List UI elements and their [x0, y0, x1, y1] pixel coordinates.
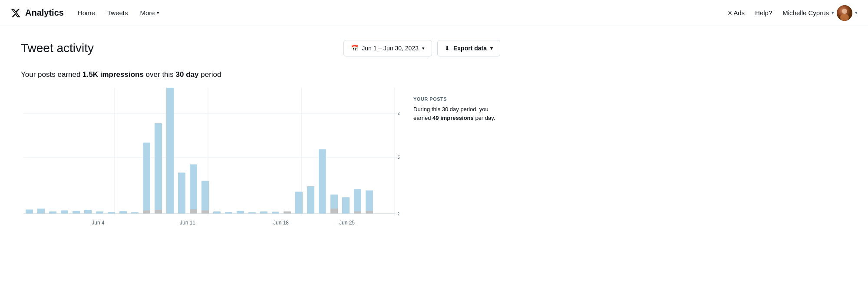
svg-point-1 [842, 9, 847, 14]
export-button[interactable]: ⬇ Export data ▾ [437, 40, 500, 56]
user-chevron-icon: ▾ [832, 10, 834, 16]
bar-day-13-blue [166, 88, 174, 214]
bar-day-2-blue [37, 209, 45, 214]
bar-day-21-blue [260, 211, 267, 214]
bar-day-15-gray [190, 209, 197, 214]
bar-day-23-gray [284, 211, 291, 214]
chart-sidebar: YOUR POSTS During this 30 day period, yo… [413, 88, 500, 122]
navbar-left: Analytics Home Tweets More ▾ [10, 8, 159, 18]
summary-middle: over this [144, 70, 176, 79]
bar-day-26-blue [319, 149, 326, 214]
bar-day-27-gray [330, 209, 338, 214]
sidebar-text-suffix: per day. [474, 115, 495, 121]
nav-item-tweets[interactable]: Tweets [107, 9, 128, 16]
avatar-image [837, 5, 852, 21]
main-content: Tweet activity 📅 Jun 1 – Jun 30, 2023 ▾ … [0, 26, 521, 251]
summary-prefix: Your posts earned [21, 70, 83, 79]
bar-day-29-blue [354, 189, 361, 214]
bar-day-8-blue [108, 212, 115, 214]
impressions-text: Your posts earned 1.5K impressions over … [21, 70, 500, 79]
chart-sidebar-text: During this 30 day period, you earned 49… [413, 105, 500, 122]
bar-day-12-blue [155, 123, 162, 214]
navbar-logo: Analytics [10, 8, 64, 18]
summary-period: 30 day [176, 70, 199, 79]
bar-day-7-blue [96, 211, 103, 214]
svg-point-2 [840, 14, 849, 21]
avatar-chevron-icon: ▾ [855, 10, 858, 16]
bar-day-15-blue [190, 165, 197, 214]
bar-day-3-blue [49, 211, 56, 214]
bar-day-16-blue [201, 181, 209, 214]
bar-day-6-blue [84, 210, 92, 214]
nav-x-ads[interactable]: X Ads [728, 9, 745, 16]
bar-day-4-blue [61, 210, 68, 214]
nav-item-more[interactable]: More ▾ [140, 9, 159, 16]
avatar [837, 5, 852, 21]
x-logo-icon [10, 8, 21, 18]
chart-sidebar-title: YOUR POSTS [413, 96, 500, 102]
chart-container: 400 200 2 [21, 88, 500, 237]
y-label-2: 2 [398, 211, 399, 216]
y-label-200: 200 [398, 155, 399, 160]
bar-day-11-gray [143, 210, 150, 214]
page-header: Tweet activity 📅 Jun 1 – Jun 30, 2023 ▾ … [21, 40, 500, 56]
sidebar-impressions-count: 49 [432, 115, 439, 121]
navbar-right: X Ads Help? Michelle Cyprus ▾ [728, 5, 858, 21]
user-menu[interactable]: Michelle Cyprus ▾ ▾ [782, 5, 858, 21]
bar-day-25-blue [307, 186, 314, 214]
export-chevron-icon: ▾ [490, 46, 493, 51]
bar-day-14-blue [178, 172, 185, 214]
y-label-400: 400 [398, 111, 399, 116]
download-icon: ⬇ [445, 45, 450, 52]
bar-day-22-blue [272, 212, 279, 214]
calendar-icon: 📅 [351, 45, 358, 52]
bar-day-24-blue [295, 192, 303, 214]
navbar: Analytics Home Tweets More ▾ X Ads Help?… [0, 0, 868, 26]
date-range-label: Jun 1 – Jun 30, 2023 [362, 45, 419, 52]
summary-impressions: 1.5K impressions [83, 70, 144, 79]
bar-day-29-gray [354, 211, 361, 214]
more-chevron-icon: ▾ [157, 10, 159, 16]
bar-day-18-blue [225, 212, 232, 214]
bar-day-30-gray [366, 211, 373, 214]
date-picker-button[interactable]: 📅 Jun 1 – Jun 30, 2023 ▾ [343, 40, 432, 56]
bar-day-1-blue [26, 210, 33, 214]
bar-day-16-gray [201, 210, 209, 214]
bar-day-5-blue [73, 211, 80, 214]
x-label-jun11: Jun 11 [180, 220, 195, 226]
x-label-jun18: Jun 18 [273, 220, 289, 226]
x-label-jun25: Jun 25 [339, 220, 355, 226]
x-label-jun4: Jun 4 [92, 220, 105, 226]
nav-item-home[interactable]: Home [78, 9, 95, 16]
header-actions: 📅 Jun 1 – Jun 30, 2023 ▾ ⬇ Export data ▾ [343, 40, 500, 56]
chart-wrapper: 400 200 2 [21, 88, 399, 237]
bar-day-12-gray [155, 210, 162, 214]
impressions-summary: Your posts earned 1.5K impressions over … [21, 70, 500, 79]
chart-svg: 400 200 2 [21, 88, 399, 235]
sidebar-impressions-label: impressions [439, 115, 474, 121]
bar-day-19-blue [237, 211, 244, 214]
brand-title: Analytics [25, 8, 64, 18]
export-label: Export data [453, 45, 487, 52]
bar-day-17-blue [213, 211, 221, 214]
date-chevron-icon: ▾ [422, 46, 425, 51]
bar-day-28-blue [342, 197, 350, 214]
nav-help[interactable]: Help? [755, 9, 772, 16]
bar-day-9-blue [119, 211, 127, 214]
summary-suffix: period [199, 70, 221, 79]
page-title: Tweet activity [21, 41, 94, 55]
main-nav: Home Tweets More ▾ [78, 9, 159, 16]
bar-day-11-blue [143, 142, 150, 214]
bar-day-30-blue [366, 190, 373, 214]
user-name: Michelle Cyprus [782, 9, 829, 16]
